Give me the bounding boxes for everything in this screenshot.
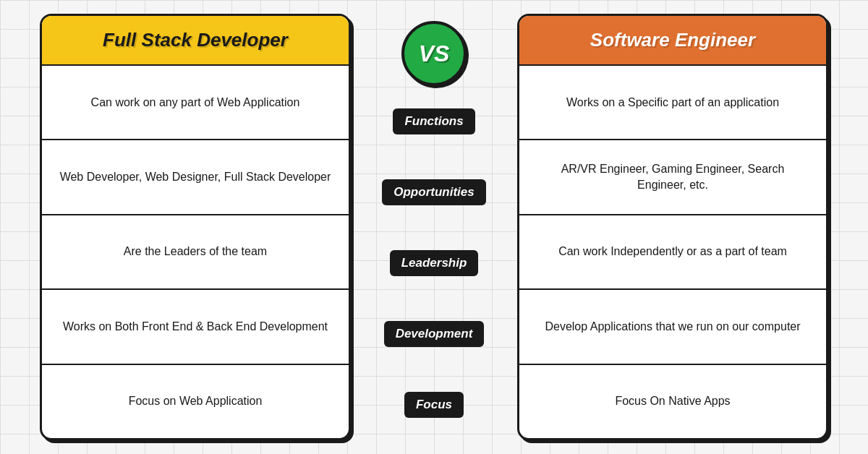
left-row-3: Are the Leaders of the team	[42, 214, 349, 288]
vs-badge: VS	[401, 21, 467, 86]
category-opportunities: Opportunities	[382, 179, 485, 205]
right-card-rows: Works on a Specific part of an applicati…	[519, 64, 826, 438]
right-row-5: Focus On Native Apps	[519, 364, 826, 438]
right-row-2: AR/VR Engineer, Gaming Engineer, Search …	[519, 139, 826, 213]
category-leadership: Leadership	[390, 250, 479, 276]
right-card: Software Engineer Works on a Specific pa…	[517, 14, 828, 440]
left-card: Full Stack Developer Can work on any par…	[40, 14, 351, 440]
middle-labels: Functions Opportunities Leadership Devel…	[351, 86, 517, 440]
vs-label: VS	[419, 40, 450, 67]
middle-label-row-4: Development	[351, 299, 517, 369]
middle-label-row-1: Functions	[351, 86, 517, 157]
left-row-1: Can work on any part of Web Application	[42, 64, 349, 139]
left-card-title: Full Stack Developer	[56, 29, 334, 51]
category-functions: Functions	[393, 108, 475, 134]
left-card-rows: Can work on any part of Web Application …	[42, 64, 349, 438]
left-card-header: Full Stack Developer	[42, 16, 349, 64]
left-row-2: Web Developer, Web Designer, Full Stack …	[42, 139, 349, 213]
left-row-5: Focus on Web Application	[42, 364, 349, 438]
right-row-4: Develop Applications that we run on our …	[519, 288, 826, 363]
middle-label-row-3: Leadership	[351, 228, 517, 299]
comparison-container: Full Stack Developer Can work on any par…	[18, 14, 850, 440]
category-development: Development	[384, 321, 485, 347]
left-row-4: Works on Both Front End & Back End Devel…	[42, 288, 349, 363]
right-row-1: Works on a Specific part of an applicati…	[519, 64, 826, 139]
category-focus: Focus	[404, 392, 464, 418]
right-card-title: Software Engineer	[534, 29, 812, 51]
middle-label-row-5: Focus	[351, 369, 517, 440]
right-row-3: Can work Independently or as a part of t…	[519, 214, 826, 288]
middle-label-row-2: Opportunities	[351, 157, 517, 228]
middle-section: VS Functions Opportunities Leadership De…	[351, 14, 517, 440]
right-card-header: Software Engineer	[519, 16, 826, 64]
